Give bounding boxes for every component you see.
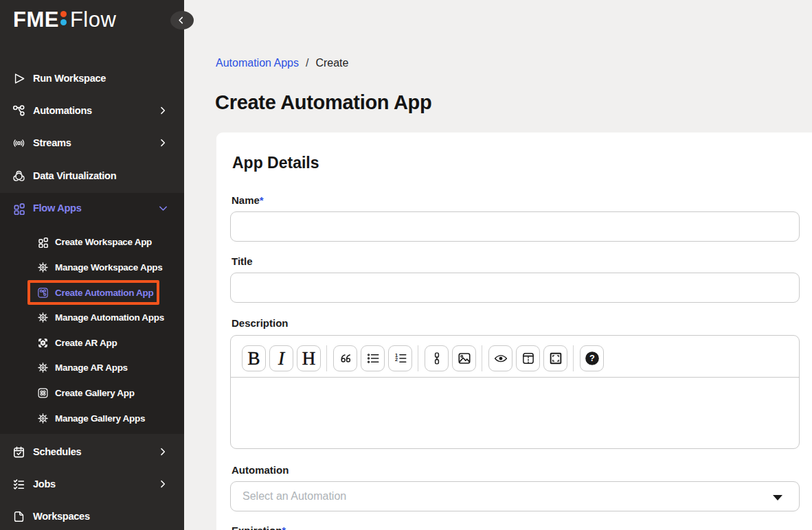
svg-text:2: 2 bbox=[395, 356, 398, 362]
svg-text:?: ? bbox=[589, 353, 595, 363]
